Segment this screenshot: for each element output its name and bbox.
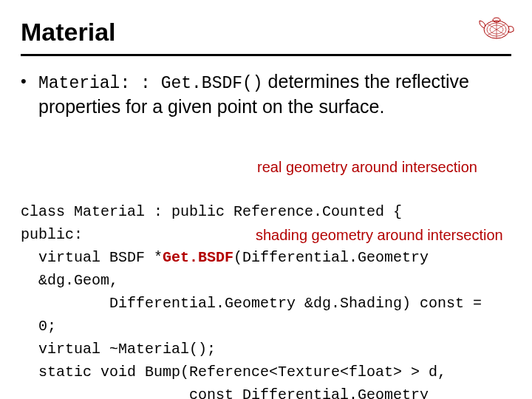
code-frag: (Differential.Geometry [233, 249, 446, 266]
slide-title: Material [21, 15, 511, 47]
code-line: virtual BSDF *Get.BSDF(Differential.Geom… [21, 249, 446, 266]
code-line: virtual ~Material(); [21, 341, 216, 358]
code-line: Differential.Geometry &dg.Shading) const… [21, 295, 491, 312]
code-line: const Differential.Geometry &dg.Geom, [21, 386, 437, 399]
code-line: static void Bump(Reference<Texture<float… [21, 364, 446, 381]
code-frag: virtual BSDF * [21, 249, 163, 266]
bullet-item: • Material: : Get.BSDF() determines the … [21, 69, 511, 118]
code-line: &dg.Geom, [21, 272, 118, 289]
code-line: 0; [21, 318, 56, 335]
bullet-text: Material: : Get.BSDF() determines the re… [38, 69, 511, 118]
code-frag-getbsdf: Get.BSDF [163, 249, 233, 266]
slide: Material • Material: : Get.BSDF() determ… [0, 0, 532, 399]
teapot-logo [474, 10, 516, 43]
code-line: class Material : public Reference.Counte… [21, 203, 402, 220]
code-line: public: [21, 226, 83, 243]
title-rule [21, 54, 511, 56]
annotation-shading-geometry: shading geometry around intersection [256, 224, 503, 247]
bullet-dot: • [21, 69, 38, 118]
annotation-real-geometry: real geometry around intersection [257, 156, 477, 179]
code-block: real geometry around intersection shadin… [21, 132, 511, 399]
bullet-code: Material: : Get.BSDF() [38, 74, 263, 93]
